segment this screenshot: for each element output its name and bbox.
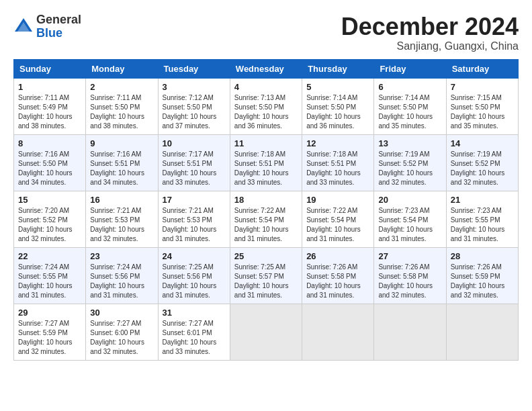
calendar-day: 25Sunrise: 7:25 AM Sunset: 5:57 PM Dayli… (230, 247, 302, 304)
day-detail: Sunrise: 7:26 AM Sunset: 5:58 PM Dayligh… (306, 263, 361, 299)
day-number: 3 (163, 82, 226, 92)
header-wednesday: Wednesday (230, 59, 302, 78)
day-number: 17 (163, 195, 226, 205)
calendar-day: 7Sunrise: 7:15 AM Sunset: 5:50 PM Daylig… (446, 78, 518, 134)
calendar-day: 4Sunrise: 7:13 AM Sunset: 5:50 PM Daylig… (230, 78, 302, 134)
day-number: 31 (163, 308, 226, 318)
calendar-week-4: 22Sunrise: 7:24 AM Sunset: 5:55 PM Dayli… (14, 247, 519, 304)
day-number: 5 (306, 82, 369, 92)
calendar-day: 18Sunrise: 7:22 AM Sunset: 5:54 PM Dayli… (230, 191, 302, 247)
calendar-day: 5Sunrise: 7:14 AM Sunset: 5:50 PM Daylig… (302, 78, 374, 134)
calendar-day: 23Sunrise: 7:24 AM Sunset: 5:56 PM Dayli… (86, 247, 158, 304)
calendar-day: 20Sunrise: 7:23 AM Sunset: 5:54 PM Dayli… (374, 191, 446, 247)
calendar-day: 6Sunrise: 7:14 AM Sunset: 5:50 PM Daylig… (374, 78, 446, 134)
day-detail: Sunrise: 7:23 AM Sunset: 5:54 PM Dayligh… (378, 207, 433, 242)
day-number: 25 (234, 251, 298, 261)
calendar-day: 1Sunrise: 7:11 AM Sunset: 5:49 PM Daylig… (14, 78, 86, 134)
logo-blue: Blue (36, 26, 62, 40)
day-number: 23 (90, 251, 153, 261)
day-detail: Sunrise: 7:27 AM Sunset: 6:00 PM Dayligh… (90, 320, 144, 355)
day-detail: Sunrise: 7:23 AM Sunset: 5:55 PM Dayligh… (451, 207, 505, 242)
page-header: General Blue December 2024 Sanjiang, Gua… (13, 13, 519, 52)
calendar-day: 26Sunrise: 7:26 AM Sunset: 5:58 PM Dayli… (302, 247, 374, 304)
day-detail: Sunrise: 7:26 AM Sunset: 5:59 PM Dayligh… (451, 263, 505, 299)
header-thursday: Thursday (302, 59, 374, 78)
day-number: 12 (306, 138, 369, 148)
day-detail: Sunrise: 7:15 AM Sunset: 5:50 PM Dayligh… (451, 94, 505, 130)
location-subtitle: Sanjiang, Guangxi, China (341, 40, 519, 52)
calendar-day: 19Sunrise: 7:22 AM Sunset: 5:54 PM Dayli… (302, 191, 374, 247)
day-number: 7 (451, 82, 514, 92)
header-sunday: Sunday (14, 59, 86, 78)
calendar-day: 30Sunrise: 7:27 AM Sunset: 6:00 PM Dayli… (86, 304, 158, 360)
calendar-day: 8Sunrise: 7:16 AM Sunset: 5:50 PM Daylig… (14, 134, 86, 191)
day-detail: Sunrise: 7:14 AM Sunset: 5:50 PM Dayligh… (378, 94, 433, 130)
header-friday: Friday (374, 59, 446, 78)
day-number: 14 (451, 138, 514, 148)
day-detail: Sunrise: 7:11 AM Sunset: 5:50 PM Dayligh… (90, 94, 144, 130)
day-number: 2 (90, 82, 153, 92)
day-detail: Sunrise: 7:24 AM Sunset: 5:56 PM Dayligh… (90, 263, 144, 299)
day-number: 11 (234, 138, 298, 148)
calendar-day: 29Sunrise: 7:27 AM Sunset: 5:59 PM Dayli… (14, 304, 86, 360)
day-number: 26 (306, 251, 369, 261)
calendar-day: 22Sunrise: 7:24 AM Sunset: 5:55 PM Dayli… (14, 247, 86, 304)
calendar-day: 13Sunrise: 7:19 AM Sunset: 5:52 PM Dayli… (374, 134, 446, 191)
day-number: 30 (90, 308, 153, 318)
header-tuesday: Tuesday (158, 59, 230, 78)
calendar-week-3: 15Sunrise: 7:20 AM Sunset: 5:52 PM Dayli… (14, 191, 519, 247)
day-number: 10 (163, 138, 226, 148)
day-number: 19 (306, 195, 369, 205)
day-number: 6 (378, 82, 441, 92)
day-detail: Sunrise: 7:21 AM Sunset: 5:53 PM Dayligh… (90, 207, 144, 242)
calendar-day: 28Sunrise: 7:26 AM Sunset: 5:59 PM Dayli… (446, 247, 518, 304)
calendar-week-1: 1Sunrise: 7:11 AM Sunset: 5:49 PM Daylig… (14, 78, 519, 134)
day-detail: Sunrise: 7:19 AM Sunset: 5:52 PM Dayligh… (451, 150, 505, 186)
day-detail: Sunrise: 7:18 AM Sunset: 5:51 PM Dayligh… (306, 150, 361, 186)
day-detail: Sunrise: 7:12 AM Sunset: 5:50 PM Dayligh… (163, 94, 217, 130)
day-detail: Sunrise: 7:22 AM Sunset: 5:54 PM Dayligh… (306, 207, 361, 242)
calendar-day (446, 304, 518, 360)
day-number: 22 (18, 251, 81, 261)
calendar-day: 17Sunrise: 7:21 AM Sunset: 5:53 PM Dayli… (158, 191, 230, 247)
day-detail: Sunrise: 7:13 AM Sunset: 5:50 PM Dayligh… (234, 94, 289, 130)
day-detail: Sunrise: 7:25 AM Sunset: 5:57 PM Dayligh… (234, 263, 289, 299)
logo-text: General Blue (36, 13, 81, 40)
calendar-day: 10Sunrise: 7:17 AM Sunset: 5:51 PM Dayli… (158, 134, 230, 191)
calendar-table: SundayMondayTuesdayWednesdayThursdayFrid… (13, 59, 519, 361)
day-number: 1 (18, 82, 81, 92)
logo: General Blue (13, 13, 81, 40)
calendar-week-5: 29Sunrise: 7:27 AM Sunset: 5:59 PM Dayli… (14, 304, 519, 360)
day-number: 15 (18, 195, 81, 205)
day-number: 18 (234, 195, 298, 205)
calendar-day: 12Sunrise: 7:18 AM Sunset: 5:51 PM Dayli… (302, 134, 374, 191)
calendar-day: 11Sunrise: 7:18 AM Sunset: 5:51 PM Dayli… (230, 134, 302, 191)
header-monday: Monday (86, 59, 158, 78)
day-detail: Sunrise: 7:14 AM Sunset: 5:50 PM Dayligh… (306, 94, 361, 130)
day-number: 9 (90, 138, 153, 148)
title-block: December 2024 Sanjiang, Guangxi, China (341, 13, 519, 52)
day-detail: Sunrise: 7:17 AM Sunset: 5:51 PM Dayligh… (163, 150, 217, 186)
day-number: 16 (90, 195, 153, 205)
logo-general: General (36, 13, 81, 26)
day-number: 28 (451, 251, 514, 261)
calendar-day: 9Sunrise: 7:16 AM Sunset: 5:51 PM Daylig… (86, 134, 158, 191)
day-detail: Sunrise: 7:27 AM Sunset: 6:01 PM Dayligh… (163, 320, 217, 355)
month-year-title: December 2024 (341, 13, 519, 40)
day-detail: Sunrise: 7:19 AM Sunset: 5:52 PM Dayligh… (378, 150, 433, 186)
day-number: 20 (378, 195, 441, 205)
calendar-day: 2Sunrise: 7:11 AM Sunset: 5:50 PM Daylig… (86, 78, 158, 134)
header-row: SundayMondayTuesdayWednesdayThursdayFrid… (14, 59, 519, 78)
day-detail: Sunrise: 7:16 AM Sunset: 5:50 PM Dayligh… (18, 150, 73, 186)
calendar-header: SundayMondayTuesdayWednesdayThursdayFrid… (14, 59, 519, 78)
calendar-day: 15Sunrise: 7:20 AM Sunset: 5:52 PM Dayli… (14, 191, 86, 247)
calendar-day: 21Sunrise: 7:23 AM Sunset: 5:55 PM Dayli… (446, 191, 518, 247)
calendar-day: 24Sunrise: 7:25 AM Sunset: 5:56 PM Dayli… (158, 247, 230, 304)
day-number: 4 (234, 82, 298, 92)
day-detail: Sunrise: 7:16 AM Sunset: 5:51 PM Dayligh… (90, 150, 144, 186)
day-detail: Sunrise: 7:26 AM Sunset: 5:58 PM Dayligh… (378, 263, 433, 299)
day-detail: Sunrise: 7:27 AM Sunset: 5:59 PM Dayligh… (18, 320, 73, 355)
calendar-day (302, 304, 374, 360)
day-detail: Sunrise: 7:25 AM Sunset: 5:56 PM Dayligh… (163, 263, 217, 299)
calendar-day: 31Sunrise: 7:27 AM Sunset: 6:01 PM Dayli… (158, 304, 230, 360)
